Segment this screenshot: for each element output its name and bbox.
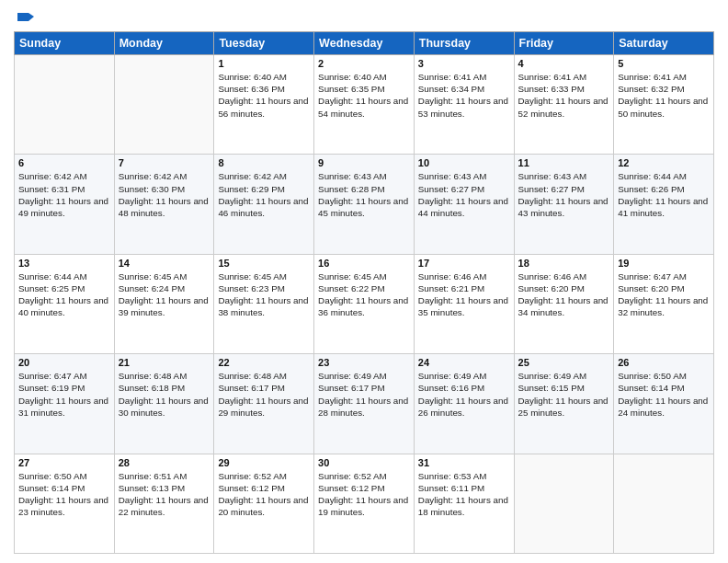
day-number: 23 <box>318 357 410 368</box>
day-info: Sunrise: 6:50 AM Sunset: 6:14 PM Dayligh… <box>18 470 110 519</box>
table-row <box>514 454 614 553</box>
day-info: Sunrise: 6:41 AM Sunset: 6:32 PM Dayligh… <box>618 71 710 120</box>
day-info: Sunrise: 6:46 AM Sunset: 6:20 PM Dayligh… <box>518 270 610 319</box>
table-row <box>614 454 714 553</box>
day-number: 18 <box>518 258 610 269</box>
day-number: 15 <box>218 258 310 269</box>
page: Sunday Monday Tuesday Wednesday Thursday… <box>0 0 728 563</box>
table-row: 5Sunrise: 6:41 AM Sunset: 6:32 PM Daylig… <box>614 55 714 155</box>
day-info: Sunrise: 6:42 AM Sunset: 6:30 PM Dayligh… <box>119 170 210 219</box>
day-info: Sunrise: 6:43 AM Sunset: 6:28 PM Dayligh… <box>318 170 410 219</box>
day-number: 2 <box>318 58 410 69</box>
day-info: Sunrise: 6:49 AM Sunset: 6:15 PM Dayligh… <box>518 370 610 419</box>
day-number: 27 <box>18 457 110 468</box>
day-info: Sunrise: 6:44 AM Sunset: 6:25 PM Dayligh… <box>18 270 110 319</box>
header-row: Sunday Monday Tuesday Wednesday Thursday… <box>15 32 714 55</box>
day-number: 13 <box>18 258 110 269</box>
day-number: 16 <box>318 258 410 269</box>
day-info: Sunrise: 6:49 AM Sunset: 6:17 PM Dayligh… <box>318 370 410 419</box>
calendar-week-3: 20Sunrise: 6:47 AM Sunset: 6:19 PM Dayli… <box>15 354 714 454</box>
table-row: 14Sunrise: 6:45 AM Sunset: 6:24 PM Dayli… <box>114 254 214 353</box>
table-row: 31Sunrise: 6:53 AM Sunset: 6:11 PM Dayli… <box>414 454 514 553</box>
day-number: 22 <box>218 357 310 368</box>
day-info: Sunrise: 6:45 AM Sunset: 6:23 PM Dayligh… <box>218 270 310 319</box>
day-info: Sunrise: 6:41 AM Sunset: 6:33 PM Dayligh… <box>518 71 610 120</box>
col-tuesday: Tuesday <box>214 32 314 55</box>
day-info: Sunrise: 6:53 AM Sunset: 6:11 PM Dayligh… <box>418 470 510 519</box>
day-info: Sunrise: 6:42 AM Sunset: 6:29 PM Dayligh… <box>218 170 310 219</box>
table-row: 8Sunrise: 6:42 AM Sunset: 6:29 PM Daylig… <box>214 155 314 254</box>
day-info: Sunrise: 6:47 AM Sunset: 6:20 PM Dayligh… <box>618 270 710 319</box>
day-number: 20 <box>18 357 110 368</box>
table-row: 3Sunrise: 6:41 AM Sunset: 6:34 PM Daylig… <box>414 55 514 155</box>
day-number: 10 <box>418 157 510 168</box>
day-number: 17 <box>418 258 510 269</box>
day-info: Sunrise: 6:41 AM Sunset: 6:34 PM Dayligh… <box>418 71 510 120</box>
day-info: Sunrise: 6:40 AM Sunset: 6:35 PM Dayligh… <box>318 71 410 120</box>
day-number: 3 <box>418 58 510 69</box>
table-row: 18Sunrise: 6:46 AM Sunset: 6:20 PM Dayli… <box>514 254 614 353</box>
day-info: Sunrise: 6:49 AM Sunset: 6:16 PM Dayligh… <box>418 370 510 419</box>
table-row <box>114 55 214 155</box>
day-number: 30 <box>318 457 410 468</box>
day-info: Sunrise: 6:52 AM Sunset: 6:12 PM Dayligh… <box>318 470 410 519</box>
day-info: Sunrise: 6:50 AM Sunset: 6:14 PM Dayligh… <box>618 370 710 419</box>
table-row: 28Sunrise: 6:51 AM Sunset: 6:13 PM Dayli… <box>114 454 214 553</box>
col-sunday: Sunday <box>15 32 115 55</box>
day-number: 9 <box>318 157 410 168</box>
table-row: 27Sunrise: 6:50 AM Sunset: 6:14 PM Dayli… <box>15 454 115 553</box>
day-number: 19 <box>618 258 710 269</box>
calendar-week-4: 27Sunrise: 6:50 AM Sunset: 6:14 PM Dayli… <box>15 454 714 553</box>
day-info: Sunrise: 6:44 AM Sunset: 6:26 PM Dayligh… <box>618 170 710 219</box>
table-row: 15Sunrise: 6:45 AM Sunset: 6:23 PM Dayli… <box>214 254 314 353</box>
col-thursday: Thursday <box>414 32 514 55</box>
day-number: 29 <box>218 457 310 468</box>
day-number: 4 <box>518 58 610 69</box>
day-number: 28 <box>119 457 210 468</box>
table-row: 11Sunrise: 6:43 AM Sunset: 6:27 PM Dayli… <box>514 155 614 254</box>
table-row: 2Sunrise: 6:40 AM Sunset: 6:35 PM Daylig… <box>314 55 415 155</box>
calendar-week-1: 6Sunrise: 6:42 AM Sunset: 6:31 PM Daylig… <box>15 155 714 254</box>
table-row: 6Sunrise: 6:42 AM Sunset: 6:31 PM Daylig… <box>15 155 115 254</box>
day-info: Sunrise: 6:52 AM Sunset: 6:12 PM Dayligh… <box>218 470 310 519</box>
day-info: Sunrise: 6:47 AM Sunset: 6:19 PM Dayligh… <box>18 370 110 419</box>
calendar-week-0: 1Sunrise: 6:40 AM Sunset: 6:36 PM Daylig… <box>15 55 714 155</box>
day-number: 31 <box>418 457 510 468</box>
table-row: 17Sunrise: 6:46 AM Sunset: 6:21 PM Dayli… <box>414 254 514 353</box>
table-row: 19Sunrise: 6:47 AM Sunset: 6:20 PM Dayli… <box>614 254 714 353</box>
table-row: 7Sunrise: 6:42 AM Sunset: 6:30 PM Daylig… <box>114 155 214 254</box>
table-row: 20Sunrise: 6:47 AM Sunset: 6:19 PM Dayli… <box>15 354 115 454</box>
col-friday: Friday <box>514 32 614 55</box>
table-row: 22Sunrise: 6:48 AM Sunset: 6:17 PM Dayli… <box>214 354 314 454</box>
col-monday: Monday <box>114 32 214 55</box>
table-row: 24Sunrise: 6:49 AM Sunset: 6:16 PM Dayli… <box>414 354 514 454</box>
day-info: Sunrise: 6:45 AM Sunset: 6:24 PM Dayligh… <box>119 270 210 319</box>
svg-marker-0 <box>17 13 28 21</box>
table-row: 10Sunrise: 6:43 AM Sunset: 6:27 PM Dayli… <box>414 155 514 254</box>
table-row: 13Sunrise: 6:44 AM Sunset: 6:25 PM Dayli… <box>15 254 115 353</box>
day-number: 8 <box>218 157 310 168</box>
day-info: Sunrise: 6:40 AM Sunset: 6:36 PM Dayligh… <box>218 71 310 120</box>
day-number: 5 <box>618 58 710 69</box>
day-info: Sunrise: 6:43 AM Sunset: 6:27 PM Dayligh… <box>418 170 510 219</box>
day-info: Sunrise: 6:48 AM Sunset: 6:17 PM Dayligh… <box>218 370 310 419</box>
day-number: 6 <box>18 157 110 168</box>
table-row: 25Sunrise: 6:49 AM Sunset: 6:15 PM Dayli… <box>514 354 614 454</box>
col-wednesday: Wednesday <box>314 32 415 55</box>
table-row: 30Sunrise: 6:52 AM Sunset: 6:12 PM Dayli… <box>314 454 415 553</box>
day-info: Sunrise: 6:45 AM Sunset: 6:22 PM Dayligh… <box>318 270 410 319</box>
table-row: 29Sunrise: 6:52 AM Sunset: 6:12 PM Dayli… <box>214 454 314 553</box>
col-saturday: Saturday <box>614 32 714 55</box>
day-number: 14 <box>119 258 210 269</box>
day-info: Sunrise: 6:42 AM Sunset: 6:31 PM Dayligh… <box>18 170 110 219</box>
table-row <box>15 55 115 155</box>
table-row: 21Sunrise: 6:48 AM Sunset: 6:18 PM Dayli… <box>114 354 214 454</box>
table-row: 26Sunrise: 6:50 AM Sunset: 6:14 PM Dayli… <box>614 354 714 454</box>
day-number: 24 <box>418 357 510 368</box>
day-number: 25 <box>518 357 610 368</box>
day-info: Sunrise: 6:46 AM Sunset: 6:21 PM Dayligh… <box>418 270 510 319</box>
table-row: 1Sunrise: 6:40 AM Sunset: 6:36 PM Daylig… <box>214 55 314 155</box>
table-row: 16Sunrise: 6:45 AM Sunset: 6:22 PM Dayli… <box>314 254 415 353</box>
table-row: 12Sunrise: 6:44 AM Sunset: 6:26 PM Dayli… <box>614 155 714 254</box>
day-number: 7 <box>119 157 210 168</box>
